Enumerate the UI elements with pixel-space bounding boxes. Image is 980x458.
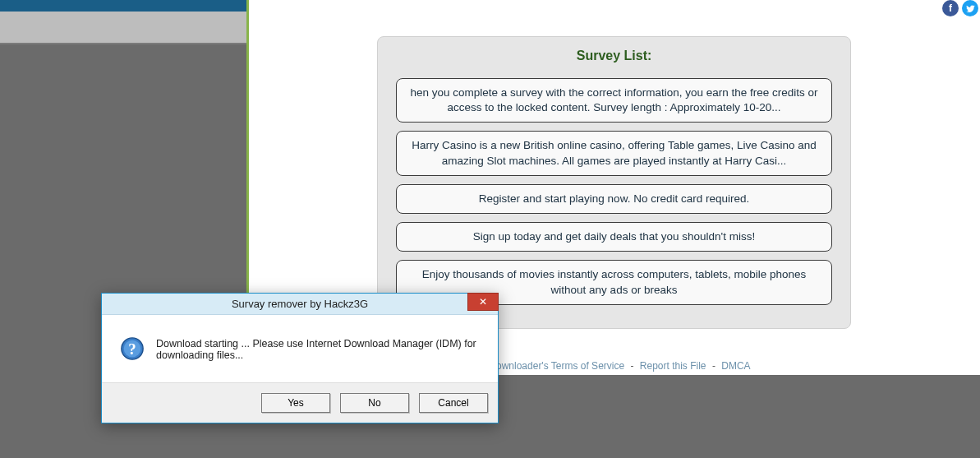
report-link[interactable]: Report this File: [640, 360, 706, 372]
footer-links: ownloader's Terms of Service - Report th…: [496, 360, 751, 372]
question-icon: ?: [120, 336, 145, 361]
dialog-window: Survay remover by Hackz3G ✕ ? Download s…: [101, 293, 499, 423]
tos-link[interactable]: ownloader's Terms of Service: [496, 360, 624, 372]
survey-item[interactable]: Register and start playing now. No credi…: [396, 184, 832, 214]
yes-button[interactable]: Yes: [261, 393, 330, 413]
facebook-icon[interactable]: f: [942, 0, 959, 16]
dialog-titlebar[interactable]: Survay remover by Hackz3G ✕: [102, 294, 498, 315]
survey-list-panel: Survey List: hen you complete a survey w…: [377, 36, 851, 329]
footer-sep: -: [630, 360, 633, 372]
dialog-body: ? Download starting ... Please use Inter…: [102, 315, 498, 382]
close-button[interactable]: ✕: [467, 293, 499, 311]
svg-text:?: ?: [128, 340, 136, 358]
no-button[interactable]: No: [340, 393, 409, 413]
survey-item[interactable]: Harry Casino is a new British online cas…: [396, 131, 832, 175]
dialog-message: Download starting ... Please use Interne…: [156, 336, 481, 361]
footer-sep: -: [712, 360, 715, 372]
twitter-icon[interactable]: [962, 0, 978, 16]
left-header-strip: [0, 0, 249, 44]
cancel-button[interactable]: Cancel: [419, 393, 488, 413]
survey-list-title: Survey List:: [396, 49, 832, 63]
dmca-link[interactable]: DMCA: [721, 360, 750, 372]
survey-item[interactable]: hen you complete a survey with the corre…: [396, 78, 832, 123]
survey-item[interactable]: Sign up today and get daily deals that y…: [396, 222, 832, 252]
dialog-title-text: Survay remover by Hackz3G: [232, 298, 368, 310]
dialog-button-row: Yes No Cancel: [102, 382, 498, 423]
social-icons: f: [942, 0, 978, 16]
